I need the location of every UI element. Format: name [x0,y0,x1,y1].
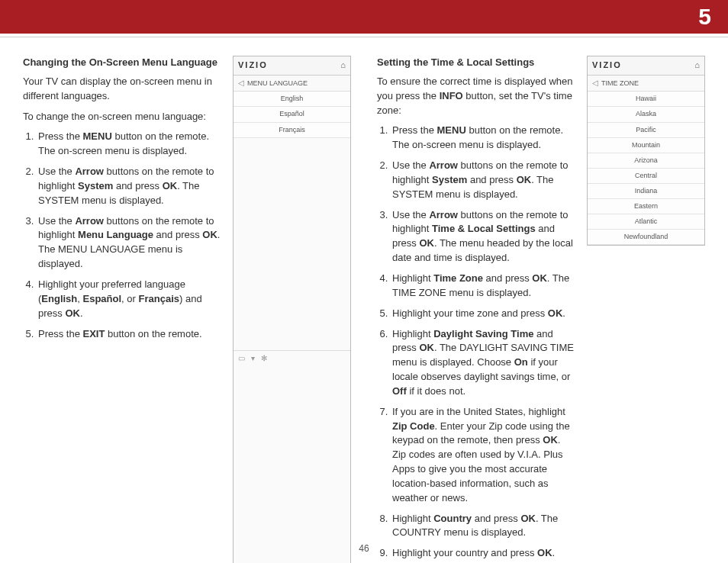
steps-list: Press the MENU button on the remote. The… [23,130,222,341]
step: Press the MENU button on the remote. The… [391,124,576,153]
menu-item: Indiana [588,184,704,199]
gear-icon: ✻ [261,353,267,365]
chevron-down-icon: ▾ [251,353,255,365]
menu-item: Español [234,107,350,122]
step: Highlight your preferred language (Engli… [37,278,222,321]
step: Highlight Daylight Saving Time and press… [391,327,576,399]
menu-footer: ▭ ▾ ✻ [234,350,350,367]
home-icon: ⌂ [340,60,346,72]
heading-time: Setting the Time & Local Settings [377,56,576,70]
step: Use the Arrow buttons on the remote to h… [37,165,222,208]
step: Use the Arrow buttons on the remote to h… [391,208,576,265]
left-column: Changing the On-Screen Menu Language You… [23,56,351,563]
menu-item: Atlantic [588,214,704,230]
vizio-logo: VIZIO [238,60,268,72]
menu-item: Pacific [588,123,704,138]
menu-language-screenshot: VIZIO ⌂ ◁ MENU LANGUAGE English Español … [233,56,351,563]
back-icon: ◁ [592,78,598,89]
step: Highlight Country and press OK. The COUN… [391,512,576,541]
right-column: Setting the Time & Local Settings To ens… [377,56,705,563]
page-content: Changing the On-Screen Menu Language You… [0,37,728,563]
menu-item: Newfoundland [588,230,704,245]
back-icon: ◁ [238,78,244,89]
menu-item: Mountain [588,138,704,153]
menu-item: Hawaii [588,92,704,107]
home-icon: ⌂ [694,60,700,72]
wide-icon: ▭ [238,353,245,365]
step: Use the Arrow buttons on the remote to h… [391,159,576,202]
menu-title-text: TIME ZONE [601,79,639,88]
step: Press the MENU button on the remote. The… [37,130,222,159]
intro-text: To change the on-screen menu language: [23,110,222,124]
step: Highlight your country and press OK. [391,546,576,561]
intro-text: Your TV can display the on-screen menu i… [23,75,222,104]
menu-item: Eastern [588,199,704,214]
intro-text: To ensure the correct time is displayed … [377,75,576,118]
chapter-number: 5 [698,0,711,34]
page-number: 46 [359,542,369,555]
vizio-logo: VIZIO [592,60,622,72]
step: Highlight your time zone and press OK. [391,307,576,321]
step: Press the EXIT button on the remote. [37,327,222,342]
step: Highlight Time Zone and press OK. The TI… [391,272,576,301]
chapter-header: 5 [0,0,728,34]
menu-item: English [234,92,350,107]
heading-language: Changing the On-Screen Menu Language [23,56,222,70]
steps-list: Press the MENU button on the remote. The… [377,124,576,563]
menu-item: Central [588,169,704,184]
menu-title-text: MENU LANGUAGE [247,79,308,88]
step: If you are in the United States, highlig… [391,405,576,506]
step: Use the Arrow buttons on the remote to h… [37,214,222,272]
menu-item: Alaska [588,107,704,122]
menu-timezone-screenshot: VIZIO ⌂ ◁ TIME ZONE Hawaii Alaska Pacifi… [587,56,705,246]
menu-item: Français [234,123,350,138]
menu-item: Arizona [588,153,704,169]
